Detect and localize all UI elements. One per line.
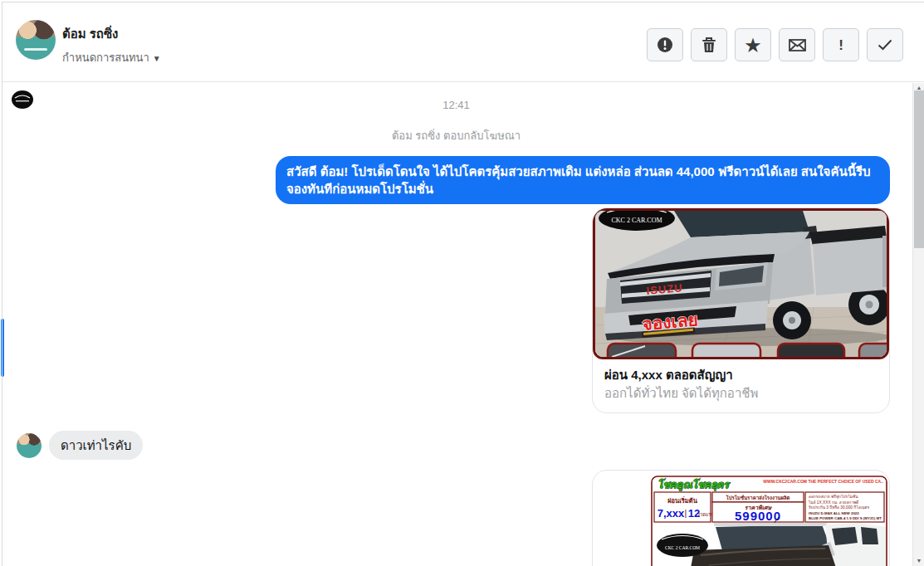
attachment-subtitle: ออกได้ทั่วไทย จัดได้ทุกอาชีพ xyxy=(604,384,878,403)
promo-header: โปรโมชั่นราคาส่งโรงงานผลิต xyxy=(725,494,790,500)
envelope-icon xyxy=(789,39,806,51)
ad-detail-line: BLUE POWER CAB-4 1.9 DDI S (MY21) MT xyxy=(809,516,882,520)
exclamation-icon: ! xyxy=(838,38,843,52)
mark-unread-button[interactable] xyxy=(779,28,815,61)
scroll-down-arrow-icon[interactable]: ▼ xyxy=(913,556,924,566)
important-button[interactable]: ! xyxy=(823,28,859,61)
left-scroll-thumb[interactable] xyxy=(1,319,4,377)
header-action-bar: ★ ! xyxy=(647,28,903,61)
vertical-scrollbar[interactable]: ▲ ▼ xyxy=(912,83,924,566)
star-icon: ★ xyxy=(746,37,761,54)
contact-avatar-small[interactable] xyxy=(17,433,42,458)
ad-url-line: WWW.CKC2CAR.COM THE PERFECT CHOICE OF US… xyxy=(763,479,883,484)
timestamp: 12:41 xyxy=(0,99,912,111)
ad-slogan: โชคคูณโชคอุดร xyxy=(658,478,731,491)
schedule-dropdown-label: กำหนดการสนทนา xyxy=(62,51,149,64)
ad-image-attachment[interactable]: โชคคูณโชคอุดร WWW.CKC2CAR.COM THE PERFEC… xyxy=(592,470,890,566)
contact-avatar[interactable] xyxy=(16,20,56,60)
conversation-header: ต้อม รถซิ่ง กำหนดการสนทนา▼ ★ xyxy=(2,2,924,82)
price-value: 599000 xyxy=(735,509,781,523)
ad-reply-note: ต้อม รถซิ่ง ตอบกลับโฆษณา xyxy=(0,127,912,144)
truck-photo[interactable]: ISUZU จองเลย xyxy=(593,208,889,359)
trash-icon xyxy=(702,37,716,53)
installment-value: 7,xxx xyxy=(658,507,685,520)
truck-photo-art: ISUZU จองเลย xyxy=(595,211,887,357)
mark-done-button[interactable] xyxy=(867,28,903,61)
schedule-dropdown[interactable]: กำหนดการสนทนา▼ xyxy=(62,49,161,66)
report-circle-icon xyxy=(657,37,673,53)
dealer-logo-text: CKC 2 CAR.COM xyxy=(611,217,662,224)
ad-detail-line: ISUZU D-MAX ALL NEW 2022 xyxy=(809,511,859,515)
attachment-card[interactable]: ISUZU จองเลย xyxy=(592,207,890,413)
incoming-message-row: ดาวเท่าไรคับ xyxy=(17,431,143,460)
message-list[interactable]: 12:41 ต้อม รถซิ่ง ตอบกลับโฆษณา สวัสดี ต้… xyxy=(0,83,912,566)
installment-separator: | xyxy=(685,508,687,518)
installment-terms-suffix: งวดแรก xyxy=(697,512,713,517)
attachment-title: ผ่อน 4,xxx ตลอดสัญญา xyxy=(604,366,878,384)
delete-button[interactable] xyxy=(691,28,727,61)
report-button[interactable] xyxy=(647,28,683,61)
ad-detail-line: ออกรถสบาย ฟรีทุกโปรโมชั่น xyxy=(809,494,858,500)
contact-name: ต้อม รถซิ่ง xyxy=(62,24,118,44)
star-button[interactable]: ★ xyxy=(735,28,771,61)
incoming-message-bubble[interactable]: ดาวเท่าไรคับ xyxy=(49,431,143,460)
ad-detail-line: รับประกัน 3 ปีหรือ 30,000 กิโลเมตร xyxy=(809,505,870,510)
ad-detail-line: ไมล์ 1X,XXX กม. สวยสภาพดี xyxy=(808,500,858,505)
caret-down-icon: ▼ xyxy=(153,54,161,63)
ad-dealer-logo-text: CKC 2 CAR.COM xyxy=(665,545,700,550)
installment-label: ผ่อนเริ่มต้น xyxy=(667,495,697,505)
check-icon xyxy=(878,39,892,51)
ad-flyer-art: โชคคูณโชคอุดร WWW.CKC2CAR.COM THE PERFEC… xyxy=(651,476,887,566)
scrollbar-thumb[interactable] xyxy=(914,90,924,248)
outgoing-message-bubble[interactable]: สวัสดี ต้อม! โปรเด็ดโดนใจ ได้ไปโคตรคุ้มส… xyxy=(276,156,890,204)
messenger-inbox-window: ต้อม รถซิ่ง กำหนดการสนทนา▼ ★ xyxy=(0,0,924,566)
photo-watermark: J093 xyxy=(865,337,878,343)
attachment-caption: ผ่อน 4,xxx ตลอดสัญญา ออกได้ทั่วไทย จัดได… xyxy=(593,359,889,412)
